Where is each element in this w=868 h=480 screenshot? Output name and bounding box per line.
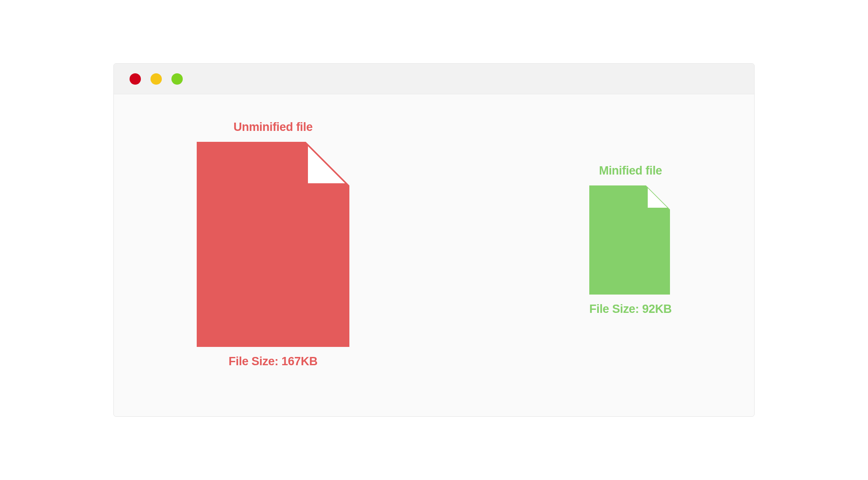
diagram-window: Unminified file File Size: 167KB Minifie… (113, 63, 755, 417)
file-icon (197, 142, 349, 347)
minified-size-label: File Size: 92KB (589, 302, 672, 316)
unminified-size-label: File Size: 167KB (197, 355, 349, 368)
minified-file-group: Minified file File Size: 92KB (589, 164, 672, 316)
content-area: Unminified file File Size: 167KB Minifie… (114, 94, 754, 416)
unminified-file-group: Unminified file File Size: 167KB (197, 120, 349, 368)
maximize-icon[interactable] (171, 73, 183, 85)
minimize-icon[interactable] (150, 73, 162, 85)
file-icon (589, 185, 670, 295)
unminified-title: Unminified file (197, 120, 349, 134)
svg-marker-1 (308, 146, 345, 183)
titlebar (114, 64, 754, 94)
svg-marker-3 (648, 188, 667, 208)
close-icon[interactable] (130, 73, 141, 85)
minified-title: Minified file (589, 164, 672, 178)
